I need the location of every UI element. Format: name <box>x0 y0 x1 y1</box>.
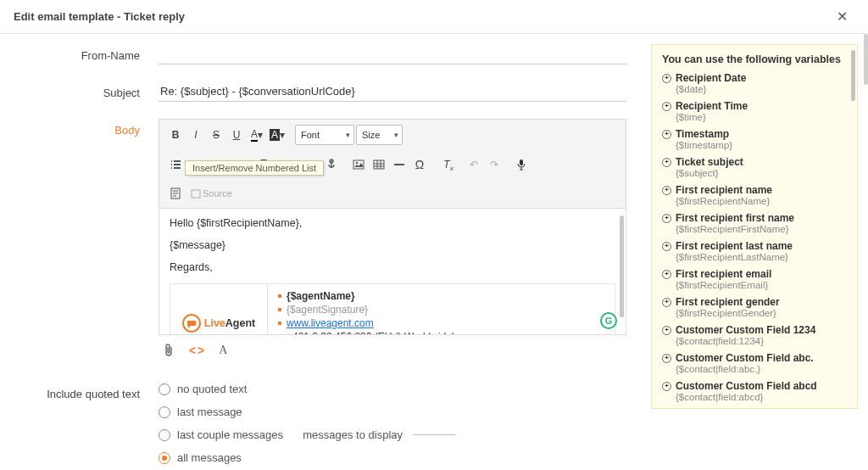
svg-rect-8 <box>192 190 200 198</box>
variable-name: Customer Custom Field abcd <box>676 380 817 392</box>
editor-scrollbar[interactable] <box>620 209 624 334</box>
bold-button[interactable]: B <box>166 126 185 144</box>
body-message-line: {$message} <box>170 239 615 251</box>
source-button-label: Source <box>203 188 232 199</box>
quoted-option-last[interactable]: last message <box>159 406 626 418</box>
close-button[interactable]: ✕ <box>830 5 854 28</box>
quoted-option-all[interactable]: all messages <box>159 451 626 464</box>
expand-icon: + <box>662 102 671 111</box>
expand-icon: + <box>662 270 671 279</box>
quoted-radio-last[interactable] <box>159 406 170 418</box>
template-button[interactable] <box>166 184 185 203</box>
font-select[interactable]: Font <box>295 125 354 145</box>
svg-rect-6 <box>520 159 523 165</box>
redo-button[interactable]: ↷ <box>485 155 504 174</box>
strike-button[interactable]: S <box>207 126 225 144</box>
svg-point-4 <box>356 162 358 164</box>
source-button[interactable]: Source <box>186 184 236 203</box>
expand-icon: + <box>662 214 671 223</box>
from-name-label: From-Name <box>10 44 159 62</box>
quoted-option-none-label: no quoted text <box>177 383 247 395</box>
variable-token: {$firstRecipientLastName} <box>676 252 847 262</box>
dialog-title: Edit email template - Ticket reply <box>14 10 185 23</box>
variable-item[interactable]: +Recipient Time{$time} <box>662 100 847 122</box>
variable-name: First recipient last name <box>676 240 793 252</box>
variable-name: Customer Custom Field abc. <box>676 352 814 364</box>
quoted-radio-none[interactable] <box>159 383 170 395</box>
brand-text-a: Live <box>204 317 225 329</box>
subject-input[interactable] <box>159 81 626 102</box>
bg-color-button[interactable]: A▾ <box>268 126 287 144</box>
variable-name: Recipient Time <box>676 100 748 112</box>
variable-item[interactable]: +Timestamp{$timestamp} <box>662 128 847 150</box>
quoted-radio-all[interactable] <box>159 452 170 464</box>
expand-icon: + <box>662 74 671 83</box>
dialog-header: Edit email template - Ticket reply ✕ <box>0 0 868 34</box>
remove-format-button[interactable]: Tx <box>437 155 456 174</box>
from-name-input[interactable] <box>159 44 626 64</box>
variable-item[interactable]: +Customer Custom Field 1234{$contact|fie… <box>662 324 847 346</box>
mic-button[interactable] <box>512 155 531 174</box>
special-char-button[interactable]: Ω <box>410 155 429 174</box>
variable-item[interactable]: +Customer Custom Field abcd{$contact|fie… <box>662 380 847 402</box>
variable-item[interactable]: +Recipient Date{$date} <box>662 72 847 94</box>
sig-phone-eu: +421 2 33 456 826 (EU & Worldwide) <box>287 331 455 334</box>
variable-token: {$contact|field:abc.} <box>676 364 847 374</box>
page-scrollbar[interactable] <box>864 34 868 85</box>
rich-text-editor: Insert/Remove Numbered List B I S U A▾ A… <box>159 119 626 335</box>
text-color-button[interactable]: A▾ <box>248 126 266 144</box>
variable-token: {$firstRecipientGender} <box>676 308 847 318</box>
variables-panel: You can use the following variables +Rec… <box>651 44 858 409</box>
messages-count-input[interactable] <box>413 434 455 435</box>
expand-icon: + <box>662 186 671 195</box>
numbered-list-button[interactable] <box>166 155 185 174</box>
attachment-button[interactable] <box>164 344 174 357</box>
variable-name: Timestamp <box>676 128 729 140</box>
variable-token: {$firstRecipientName} <box>676 196 847 206</box>
editor-body[interactable]: Hello {$firstRecipientName}, {$message} … <box>159 209 626 334</box>
expand-icon: + <box>662 242 671 251</box>
variable-item[interactable]: +First recipient email{$firstRecipientEm… <box>662 268 847 290</box>
variable-name: Ticket subject <box>676 156 743 168</box>
quoted-option-couple-label: last couple messages <box>177 428 283 441</box>
chat-icon <box>182 314 201 333</box>
brand-text-b: Agent <box>225 317 255 329</box>
variable-token: {$contact|field:abcd} <box>676 392 847 402</box>
editor-footer: < > A <box>159 335 626 366</box>
variable-item[interactable]: +First recipient first name{$firstRecipi… <box>662 212 847 234</box>
editor-toolbar: Insert/Remove Numbered List B I S U A▾ A… <box>159 120 626 209</box>
variable-token: {$contact|field:1234} <box>676 336 847 346</box>
variable-name: First recipient email <box>676 268 771 280</box>
variables-heading: You can use the following variables <box>662 53 847 65</box>
text-format-button[interactable]: A <box>219 344 227 357</box>
quoted-option-all-label: all messages <box>177 451 242 464</box>
table-button[interactable] <box>370 155 388 174</box>
quoted-option-last-label: last message <box>177 406 242 418</box>
quoted-option-none[interactable]: no quoted text <box>159 383 626 395</box>
variable-item[interactable]: +Customer Custom Field abcde{$contact|fi… <box>662 408 847 409</box>
anchor-button[interactable] <box>322 155 341 174</box>
quoted-option-couple[interactable]: last couple messages messages to display <box>159 428 626 441</box>
variable-name: First recipient first name <box>676 212 794 224</box>
variable-name: Customer Custom Field abcde <box>676 408 822 409</box>
undo-button[interactable]: ↶ <box>465 155 483 174</box>
body-hello-line: Hello {$firstRecipientName}, <box>170 217 615 229</box>
variable-item[interactable]: +Customer Custom Field abc.{$contact|fie… <box>662 352 847 374</box>
svg-rect-5 <box>374 160 384 169</box>
quoted-radio-couple[interactable] <box>159 429 170 441</box>
variable-item[interactable]: +First recipient gender{$firstRecipientG… <box>662 296 847 318</box>
body-label: Body <box>10 119 159 137</box>
panel-scrollbar[interactable] <box>851 50 855 101</box>
hr-button[interactable] <box>390 155 409 174</box>
sig-url[interactable]: www.liveagent.com <box>287 317 374 329</box>
expand-icon: + <box>662 326 671 335</box>
grammarly-icon[interactable]: G <box>600 312 617 329</box>
size-select[interactable]: Size <box>356 125 403 145</box>
image-button[interactable] <box>349 155 368 174</box>
variable-item[interactable]: +First recipient last name{$firstRecipie… <box>662 240 847 262</box>
italic-button[interactable]: I <box>186 126 205 144</box>
variable-item[interactable]: +First recipient name{$firstRecipientNam… <box>662 184 847 206</box>
underline-button[interactable]: U <box>227 126 246 144</box>
variable-item[interactable]: +Ticket subject{$subject} <box>662 156 847 178</box>
html-toggle-button[interactable]: < > <box>189 344 203 357</box>
